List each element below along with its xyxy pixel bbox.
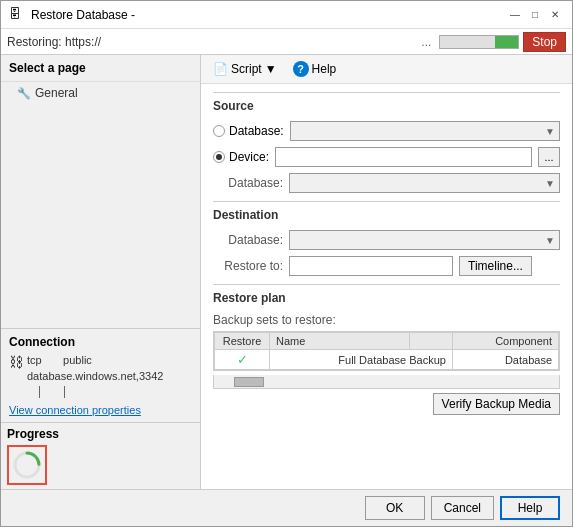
progress-fill <box>495 36 518 48</box>
device-label: Device: <box>229 150 269 164</box>
minimize-button[interactable]: — <box>506 6 524 24</box>
cell-restore-check: ✓ <box>215 350 270 370</box>
timeline-button[interactable]: Timeline... <box>459 256 532 276</box>
left-panel: Select a page 🔧 General Connection ⛓ tcp… <box>1 55 201 489</box>
sidebar-item-general[interactable]: 🔧 General <box>1 82 200 104</box>
destination-title: Destination <box>213 208 560 222</box>
conn-separator <box>27 386 163 398</box>
device-radio-option[interactable]: Device: <box>213 150 269 164</box>
connection-info: ⛓ tcp public database.windows.net,3342 <box>9 353 192 400</box>
database-radio[interactable] <box>213 125 225 137</box>
col-component: Component <box>452 333 558 350</box>
col-empty <box>409 333 452 350</box>
sidebar-item-label: General <box>35 86 78 100</box>
conn-type: tcp <box>27 354 42 366</box>
left-panel-spacer <box>1 104 200 328</box>
script-button[interactable]: 📄 Script ▼ <box>209 60 281 78</box>
progress-section: Progress <box>1 422 200 489</box>
browse-button[interactable]: ... <box>538 147 560 167</box>
source-section: Source Database: ▼ <box>213 92 560 193</box>
stop-button[interactable]: Stop <box>523 32 566 52</box>
conn-server: public <box>63 354 92 366</box>
title-bar: 🗄 Restore Database - — □ ✕ <box>1 1 572 29</box>
conn-line2 <box>64 386 65 398</box>
conn-type-server: tcp public <box>27 353 163 368</box>
main-content: Select a page 🔧 General Connection ⛓ tcp… <box>1 55 572 489</box>
select-page-header: Select a page <box>1 55 200 82</box>
device-row: Device: https:// ... <box>213 147 560 167</box>
database-source-label: Database: <box>229 124 284 138</box>
database-source-row: Database: ▼ <box>213 121 560 141</box>
destination-section: Destination Database: ▼ Restore to: The … <box>213 201 560 276</box>
restore-to-label: Restore to: <box>213 259 283 273</box>
scrollbar-thumb[interactable] <box>234 377 264 387</box>
view-connection-link[interactable]: View connection properties <box>9 404 192 416</box>
col-restore: Restore <box>215 333 270 350</box>
restore-plan-section: Restore plan Backup sets to restore: Res… <box>213 284 560 415</box>
cell-component: Database <box>452 350 558 370</box>
database-dest-row: Database: ▼ <box>213 173 560 193</box>
dest-database-row: Database: ▼ <box>213 230 560 250</box>
script-dropdown-arrow: ▼ <box>265 62 277 76</box>
dest-database-select[interactable]: ▼ <box>289 230 560 250</box>
conn-line <box>39 386 40 398</box>
restore-plan-title: Restore plan <box>213 291 560 305</box>
device-input[interactable]: https:// <box>275 147 532 167</box>
script-label: Script <box>231 62 262 76</box>
col-name: Name <box>270 333 410 350</box>
database-source-select[interactable]: ▼ <box>290 121 560 141</box>
form-content: Source Database: ▼ <box>201 84 572 489</box>
top-progress-bar <box>439 35 519 49</box>
window-title: Restore Database - <box>31 8 506 22</box>
conn-database: database.windows.net,3342 <box>27 369 163 384</box>
restore-to-input[interactable]: The last back <box>289 256 453 276</box>
verify-btn-container: Verify Backup Media <box>213 393 560 415</box>
top-status-bar: Restoring: https:// ... Stop <box>1 29 572 55</box>
script-help-toolbar: 📄 Script ▼ ? Help <box>201 55 572 84</box>
backup-sets-label: Backup sets to restore: <box>213 313 560 327</box>
dest-database-label: Database: <box>213 233 283 247</box>
source-title: Source <box>213 99 560 113</box>
device-radio[interactable] <box>213 151 225 163</box>
restore-database-window: 🗄 Restore Database - — □ ✕ Restoring: ht… <box>0 0 573 527</box>
maximize-button[interactable]: □ <box>526 6 544 24</box>
help-circle-icon: ? <box>293 61 309 77</box>
database-radio-option[interactable]: Database: <box>213 124 284 138</box>
bottom-help-button[interactable]: Help <box>500 496 560 520</box>
wrench-icon: 🔧 <box>17 87 31 100</box>
table-row[interactable]: ✓ Full Database Backup Database <box>215 350 559 370</box>
cell-name: Full Database Backup <box>270 350 453 370</box>
backup-table: Restore Name Component ✓ <box>214 332 559 370</box>
window-controls: — □ ✕ <box>506 6 564 24</box>
close-button[interactable]: ✕ <box>546 6 564 24</box>
restore-to-row: Restore to: The last back Timeline... <box>213 256 560 276</box>
bottom-bar: OK Cancel Help <box>1 489 572 526</box>
connection-section: Connection ⛓ tcp public database.windows… <box>1 328 200 422</box>
check-icon: ✓ <box>237 352 248 367</box>
right-panel: 📄 Script ▼ ? Help Source Da <box>201 55 572 489</box>
restoring-label: Restoring: https:// <box>7 35 417 49</box>
help-button[interactable]: ? Help <box>289 59 341 79</box>
horizontal-scrollbar[interactable] <box>213 375 560 389</box>
progress-circle-container <box>7 445 47 485</box>
connection-header: Connection <box>9 335 192 349</box>
backup-table-container[interactable]: Restore Name Component ✓ <box>213 331 560 371</box>
progress-spinner <box>11 449 43 481</box>
window-icon: 🗄 <box>9 7 25 23</box>
progress-dots: ... <box>421 35 431 49</box>
network-icon: ⛓ <box>9 354 23 370</box>
progress-header: Progress <box>7 427 194 441</box>
conn-details: tcp public database.windows.net,3342 <box>27 353 163 400</box>
table-header-row: Restore Name Component <box>215 333 559 350</box>
ok-button[interactable]: OK <box>365 496 425 520</box>
dest-db-arrow: ▼ <box>545 235 555 246</box>
database-dest-select[interactable]: ▼ <box>289 173 560 193</box>
database-dest-label: Database: <box>213 176 283 190</box>
verify-backup-button[interactable]: Verify Backup Media <box>433 393 560 415</box>
database-select-arrow: ▼ <box>545 126 555 137</box>
script-icon: 📄 <box>213 62 228 76</box>
db-dest-arrow: ▼ <box>545 178 555 189</box>
help-label: Help <box>312 62 337 76</box>
cancel-button[interactable]: Cancel <box>431 496 494 520</box>
